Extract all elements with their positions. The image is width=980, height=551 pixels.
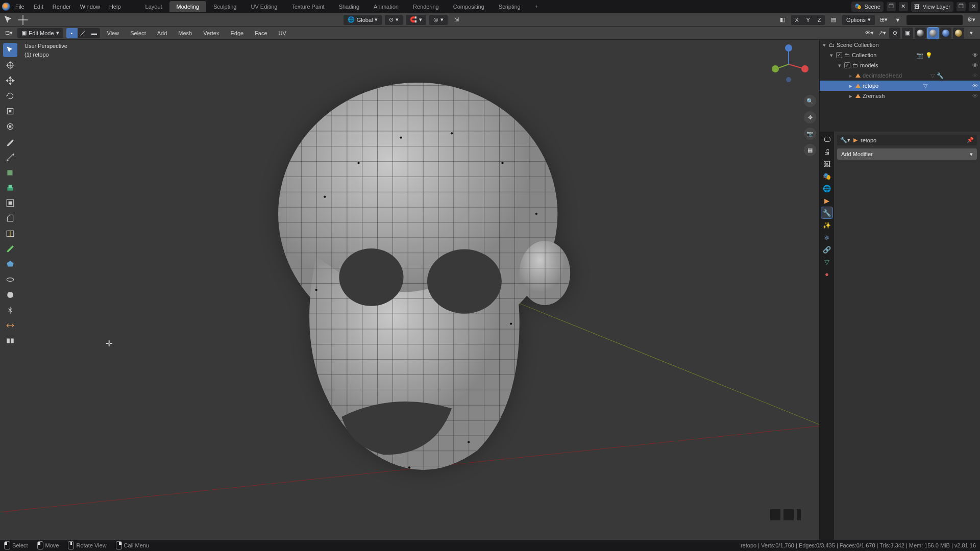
outliner-scene-collection[interactable]: ▾🗀 Scene Collection <box>820 40 980 50</box>
scene-selector[interactable]: 🎭 Scene <box>851 2 884 12</box>
viewport-menu-uv[interactable]: UV <box>275 28 290 38</box>
new-scene-button[interactable]: ❐ <box>887 2 896 11</box>
axis-x-button[interactable]: X <box>791 15 802 25</box>
mesh-head-object[interactable] <box>229 70 590 510</box>
xray-toggle[interactable]: ▣ <box>902 28 913 39</box>
tool-annotate[interactable] <box>3 135 17 149</box>
collection-checkbox[interactable] <box>836 52 842 58</box>
menu-render[interactable]: Render <box>48 2 75 12</box>
shading-wire[interactable] <box>915 28 926 39</box>
ptab-particles[interactable]: ✨ <box>821 219 832 231</box>
ptab-viewlayer[interactable]: 🖼 <box>821 158 832 169</box>
tool-transform[interactable] <box>3 119 17 134</box>
tab-layout[interactable]: Layout <box>138 1 169 12</box>
tab-animation[interactable]: Animation <box>366 1 406 12</box>
tool-cursor-icon[interactable] <box>17 14 29 26</box>
tool-bevel[interactable] <box>3 211 17 226</box>
tool-edge-slide[interactable] <box>3 303 17 317</box>
filter-settings-icon[interactable]: ⚙▾ <box>966 14 977 26</box>
visibility-toggle[interactable]: 👁 <box>972 72 978 79</box>
tool-knife[interactable] <box>3 242 17 256</box>
tool-cursor[interactable] <box>3 58 17 72</box>
outliner-collection[interactable]: ▾ 🗀 Collection 📷 💡 👁 <box>820 50 980 60</box>
models-checkbox[interactable] <box>844 62 850 68</box>
ptab-physics[interactable]: ⚛ <box>821 232 832 243</box>
tool-loopcut[interactable] <box>3 227 17 241</box>
filter-icon[interactable]: ▼ <box>892 14 903 26</box>
viewport-menu-mesh[interactable]: Mesh <box>174 28 196 38</box>
viewport-menu-add[interactable]: Add <box>153 28 172 38</box>
snap-dropdown[interactable]: 🧲▾ <box>406 15 426 25</box>
transform-orientation-dropdown[interactable]: 🌐Global▾ <box>344 15 382 25</box>
viewport-menu-face[interactable]: Face <box>251 28 271 38</box>
add-workspace-button[interactable]: + <box>528 1 545 12</box>
axis-y-button[interactable]: Y <box>802 15 814 25</box>
tool-select-box-icon[interactable] <box>3 14 14 26</box>
ptab-object[interactable]: ▶ <box>821 195 832 206</box>
tool-extrude[interactable] <box>3 181 17 195</box>
shading-options-dropdown[interactable]: ▾ <box>966 28 977 39</box>
perspective-toggle-button[interactable]: ▦ <box>804 144 816 156</box>
proportional-edit-dropdown[interactable]: ◎▾ <box>429 15 448 25</box>
tab-shading[interactable]: Shading <box>332 1 366 12</box>
pin-icon[interactable]: 📌 <box>967 137 974 143</box>
ptab-material[interactable]: ● <box>821 268 832 280</box>
tool-select-box[interactable] <box>3 43 17 57</box>
outliner-item-decimatedhead[interactable]: ▸ decimatedHead ▽ 🔧 👁 <box>820 70 980 81</box>
viewlayer-selector[interactable]: 🖼 View Layer <box>911 2 953 12</box>
tab-sculpting[interactable]: Sculpting <box>206 1 243 12</box>
visibility-toggle[interactable]: 👁 <box>972 93 978 99</box>
menu-edit[interactable]: Edit <box>30 2 47 12</box>
tool-inset[interactable] <box>3 196 17 210</box>
ptab-modifiers[interactable]: 🔧 <box>821 207 832 218</box>
mode-dropdown[interactable]: ▣Edit Mode▾ <box>17 28 63 38</box>
outliner-item-zremesh[interactable]: ▸ Zremesh 👁 <box>820 91 980 101</box>
add-modifier-dropdown[interactable]: Add Modifier▾ <box>837 148 977 160</box>
ptab-render[interactable]: 🖵 <box>821 134 832 145</box>
ptab-mesh[interactable]: ▽ <box>821 256 832 267</box>
viewport-menu-view[interactable]: View <box>103 28 124 38</box>
viewport-3d[interactable]: User Perspective (1) retopo ✛ 🔍 ✥ 📷 ▦ <box>0 40 819 540</box>
ptab-output[interactable]: 🖨 <box>821 146 832 157</box>
tab-rendering[interactable]: Rendering <box>406 1 446 12</box>
tool-rotate[interactable] <box>3 89 17 103</box>
tab-scripting[interactable]: Scripting <box>492 1 528 12</box>
gizmo-toggle[interactable]: ↗▾ <box>876 28 888 39</box>
tool-add-cube[interactable] <box>3 165 17 180</box>
vertex-select-button[interactable]: ▪ <box>66 28 78 38</box>
tab-modeling[interactable]: Modeling <box>169 1 207 12</box>
pan-button[interactable]: ✥ <box>804 111 816 123</box>
visibility-toggle[interactable]: 👁 <box>972 62 978 68</box>
delete-viewlayer-button[interactable]: ✕ <box>969 2 978 11</box>
new-viewlayer-button[interactable]: ❐ <box>957 2 966 11</box>
tool-shrink[interactable] <box>3 318 17 333</box>
tool-smooth[interactable] <box>3 288 17 302</box>
tool-spin[interactable] <box>3 272 17 287</box>
face-select-button[interactable]: ▬ <box>89 28 100 38</box>
viewport-menu-select[interactable]: Select <box>126 28 150 38</box>
mirror-icon[interactable]: ▤ <box>828 14 839 26</box>
editor-viewport-icon[interactable]: ⊟▾ <box>3 28 14 39</box>
shading-lookdev[interactable] <box>940 28 951 39</box>
show-objects-icon[interactable]: ◧ <box>777 14 788 26</box>
menu-help[interactable]: Help <box>105 2 125 12</box>
navigation-gizmo[interactable] <box>767 43 810 86</box>
viewport-menu-edge[interactable]: Edge <box>226 28 248 38</box>
ptab-world[interactable]: 🌐 <box>821 183 832 194</box>
zoom-button[interactable]: 🔍 <box>804 95 816 107</box>
visibility-toggle[interactable]: 👁 <box>972 52 978 58</box>
menu-window[interactable]: Window <box>76 2 104 12</box>
tool-rip[interactable] <box>3 334 17 348</box>
outliner-item-retopo[interactable]: ▸ retopo ▽ 👁 <box>820 81 980 91</box>
auto-merge-button[interactable]: ⇲ <box>451 14 462 26</box>
menu-file[interactable]: File <box>11 2 29 12</box>
tool-polybuild[interactable] <box>3 257 17 271</box>
tab-uv-editing[interactable]: UV Editing <box>243 1 284 12</box>
options-dropdown[interactable]: Options▾ <box>842 15 875 25</box>
tab-texture-paint[interactable]: Texture Paint <box>284 1 331 12</box>
visibility-dropdown[interactable]: 👁▾ <box>864 28 875 39</box>
delete-scene-button[interactable]: ✕ <box>899 2 908 11</box>
overlay-toggle[interactable]: ⊕ <box>889 28 900 39</box>
tool-scale[interactable] <box>3 104 17 118</box>
tool-measure[interactable] <box>3 150 17 164</box>
